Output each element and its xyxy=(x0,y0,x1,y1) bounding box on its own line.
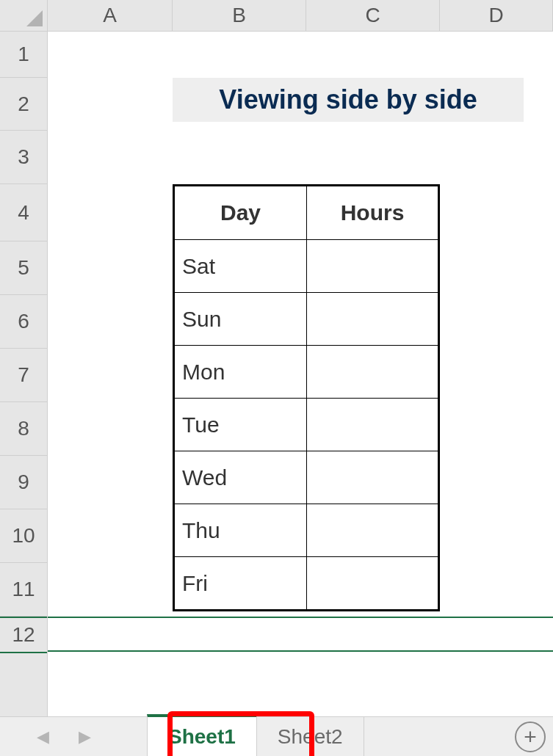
table-cell[interactable]: Sat xyxy=(175,239,306,292)
column-header[interactable]: C xyxy=(306,0,440,31)
column-header[interactable]: B xyxy=(173,0,306,31)
cells-area[interactable]: Viewing side by sideDayHoursSatSunMonTue… xyxy=(48,32,553,716)
table-cell[interactable]: Fri xyxy=(175,556,306,609)
table-row: Sun xyxy=(175,292,438,345)
table-cell[interactable]: Mon xyxy=(175,345,306,398)
row-header[interactable]: 2 xyxy=(0,78,47,131)
row-header[interactable]: 10 xyxy=(0,509,47,563)
sheet-body: 123456789101112 Viewing side by sideDayH… xyxy=(0,32,553,716)
table-header-row: DayHours xyxy=(175,186,438,239)
select-all-icon[interactable] xyxy=(0,0,48,32)
table-row: Mon xyxy=(175,345,438,398)
row-header-column: 123456789101112 xyxy=(0,32,48,716)
table-row: Sat xyxy=(175,239,438,292)
table-header-cell[interactable]: Day xyxy=(175,186,306,239)
row-header[interactable]: 6 xyxy=(0,295,47,349)
tab-nav-arrows: ◀ ▶ xyxy=(0,727,147,746)
table-cell[interactable]: Wed xyxy=(175,451,306,504)
sheet-tab-bar: ◀ ▶ Sheet1Sheet2 + xyxy=(0,716,553,756)
row-header[interactable]: 12 xyxy=(0,617,47,653)
table-row: Fri xyxy=(175,556,438,609)
table-cell[interactable] xyxy=(306,239,438,292)
table-cell[interactable]: Thu xyxy=(175,504,306,556)
table-cell[interactable] xyxy=(306,398,438,451)
row-header[interactable]: 7 xyxy=(0,349,47,402)
row-header[interactable]: 3 xyxy=(0,131,47,184)
row-header[interactable]: 4 xyxy=(0,184,47,241)
table-header-cell[interactable]: Hours xyxy=(306,186,438,239)
table-cell[interactable] xyxy=(306,556,438,609)
row-header[interactable]: 11 xyxy=(0,563,47,617)
page-title: Viewing side by side xyxy=(173,78,524,122)
table-cell[interactable] xyxy=(306,451,438,504)
column-header[interactable]: D xyxy=(440,0,553,31)
row-header[interactable]: 9 xyxy=(0,456,47,509)
tab-next-icon[interactable]: ▶ xyxy=(79,727,91,746)
table-row: Tue xyxy=(175,398,438,451)
tab-prev-icon[interactable]: ◀ xyxy=(37,727,49,746)
table-cell[interactable] xyxy=(306,292,438,345)
column-header-row: ABCD xyxy=(0,0,553,32)
row-header[interactable]: 8 xyxy=(0,402,47,456)
data-table: DayHoursSatSunMonTueWedThuFri xyxy=(173,184,440,611)
table-cell[interactable] xyxy=(306,345,438,398)
table-row: Thu xyxy=(175,504,438,556)
table-cell[interactable]: Sun xyxy=(175,292,306,345)
column-header[interactable]: A xyxy=(48,0,173,31)
table-cell[interactable] xyxy=(306,504,438,556)
row-header[interactable]: 5 xyxy=(0,241,47,295)
new-sheet-button[interactable]: + xyxy=(515,722,546,752)
plus-icon: + xyxy=(524,724,537,749)
sheet-tab[interactable]: Sheet2 xyxy=(257,717,364,757)
table-row: Wed xyxy=(175,451,438,504)
table-cell[interactable]: Tue xyxy=(175,398,306,451)
row-header[interactable]: 1 xyxy=(0,32,47,78)
sheet-tab[interactable]: Sheet1 xyxy=(147,714,257,757)
selected-row-indicator xyxy=(48,617,553,652)
